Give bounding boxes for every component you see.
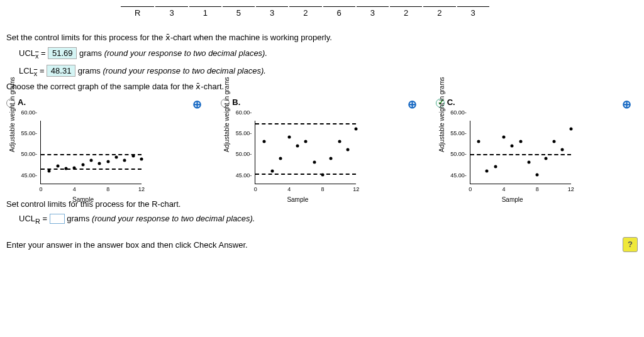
uclr-line: UCLR = grams (round your response to two… [19, 214, 638, 225]
magnify-icon[interactable]: ⊕ [408, 97, 417, 111]
chart-a: Adjustable weight in grams60.00-55.00-50… [14, 111, 152, 193]
lcl-input[interactable]: 48.31 [47, 65, 75, 77]
help-button[interactable]: ? [623, 237, 638, 252]
chart-b: Adjustable weight in grams60.00-55.00-50… [228, 111, 367, 193]
option-b[interactable]: B. ⊕ Adjustable weight in grams60.00-55.… [221, 97, 423, 193]
option-c[interactable]: C. ⊕ Adjustable weight in grams60.00-55.… [436, 97, 638, 193]
r-data-table: R 3 1 5 3 2 6 3 2 2 3 [119, 5, 491, 20]
lcl-line: LCLx = 48.31 grams (round your response … [19, 65, 638, 77]
magnify-icon[interactable]: ⊕ [622, 97, 631, 111]
footer-text: Enter your answer in the answer box and … [6, 240, 248, 250]
uclr-input[interactable] [50, 214, 65, 224]
prompt-choose-graph: Choose the correct graph of the sample d… [6, 82, 638, 91]
r-label: R [121, 6, 154, 19]
option-a[interactable]: A. ⊕ Adjustable weight in grams60.00-55.… [6, 97, 208, 193]
prompt-xbar-limits: Set the control limits for this process … [6, 33, 638, 42]
ucl-input[interactable]: 51.69 [48, 47, 77, 59]
ucl-line: UCLx = 51.69 grams (round your response … [19, 47, 638, 60]
magnify-icon[interactable]: ⊕ [192, 97, 202, 111]
chart-c: Adjustable weight in grams60.00-55.00-50… [443, 111, 582, 193]
